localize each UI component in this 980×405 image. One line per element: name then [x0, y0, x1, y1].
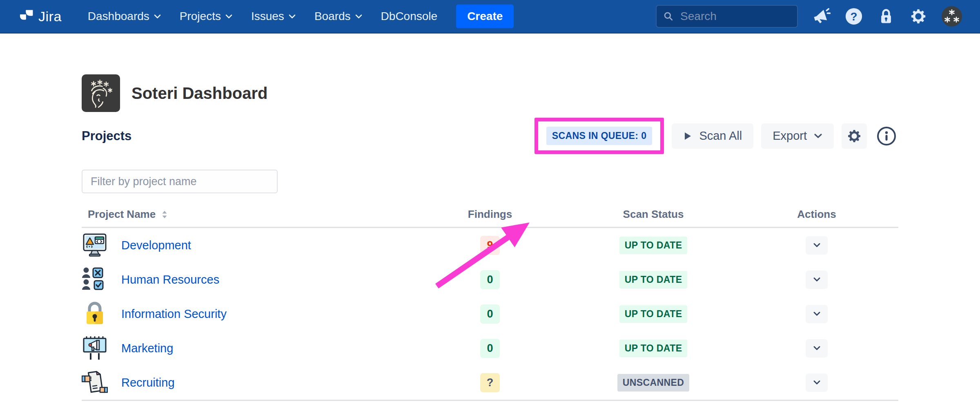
- nav-item-dashboards[interactable]: Dashboards: [88, 10, 161, 23]
- row-actions-button[interactable]: [806, 236, 828, 255]
- nav-item-boards[interactable]: Boards: [314, 10, 362, 23]
- chevron-down-icon: [813, 380, 821, 385]
- table-row: Marketing 0 UP TO DATE: [82, 331, 898, 365]
- create-button[interactable]: Create: [456, 4, 514, 28]
- settings-button[interactable]: [909, 7, 928, 26]
- recruiting-project-icon: [82, 369, 108, 396]
- development-project-icon: [82, 232, 108, 258]
- nav-item-projects[interactable]: Projects: [180, 10, 232, 23]
- controls-row: Projects SCANS IN QUEUE: 0 Scan All Expo…: [82, 118, 898, 154]
- findings-badge: 0: [480, 339, 499, 358]
- table-body: Development 9 UP TO DATE: [82, 228, 898, 401]
- lock-icon: [877, 7, 895, 25]
- soteri-logo: [82, 74, 120, 112]
- column-header-project-name[interactable]: Project Name: [82, 208, 408, 221]
- project-icon: [82, 266, 108, 293]
- information-security-project-icon: [82, 301, 108, 327]
- top-nav: Jira Dashboards Projects Issues Boards D…: [0, 0, 980, 34]
- jira-brand-text: Jira: [38, 9, 62, 25]
- help-button[interactable]: ?: [844, 7, 863, 26]
- play-icon: [683, 131, 692, 141]
- project-link[interactable]: Marketing: [121, 342, 173, 355]
- scan-status-badge: UP TO DATE: [619, 340, 688, 357]
- human-resources-project-icon: [82, 266, 108, 293]
- toolbar: SCANS IN QUEUE: 0 Scan All Export: [535, 118, 898, 154]
- scan-status-badge: UP TO DATE: [619, 305, 688, 323]
- search-icon: [663, 10, 674, 22]
- scan-status-badge: UNSCANNED: [617, 374, 690, 392]
- gear-icon: [909, 7, 928, 26]
- chevron-down-icon: [813, 243, 821, 248]
- nav-item-label: DbConsole: [381, 10, 438, 23]
- nav-menu: Dashboards Projects Issues Boards DbCons…: [88, 10, 456, 23]
- project-link[interactable]: Human Resources: [121, 273, 219, 286]
- chevron-down-icon: [154, 14, 161, 19]
- scans-in-queue-badge: SCANS IN QUEUE: 0: [546, 127, 653, 145]
- help-icon: ?: [844, 7, 863, 26]
- table-row: Development 9 UP TO DATE: [82, 228, 898, 262]
- project-icon: [82, 335, 108, 361]
- column-header-actions: Actions: [735, 208, 898, 221]
- nav-right: ?: [656, 5, 962, 28]
- marketing-project-icon: [82, 335, 108, 361]
- scan-status-badge: UP TO DATE: [619, 237, 688, 254]
- search-box[interactable]: [656, 5, 798, 28]
- main-content: Soteri Dashboard Projects SCANS IN QUEUE…: [0, 74, 980, 401]
- jira-logo-icon: [19, 9, 34, 24]
- table-header: Project Name Findings Scan Status Action…: [82, 208, 898, 228]
- chevron-down-icon: [355, 14, 362, 19]
- megaphone-icon: [812, 7, 831, 26]
- table-row: Recruiting ? UNSCANNED: [82, 365, 898, 400]
- findings-badge: ?: [480, 373, 500, 392]
- findings-badge: 0: [480, 304, 499, 324]
- scan-all-button[interactable]: Scan All: [672, 123, 753, 149]
- project-icon: [82, 232, 108, 258]
- project-icon: [82, 369, 108, 396]
- chevron-down-icon: [813, 277, 821, 282]
- chevron-down-icon: [814, 133, 822, 139]
- dashboard-settings-button[interactable]: [842, 123, 867, 149]
- row-actions-button[interactable]: [806, 374, 828, 392]
- annotation-highlight-box: SCANS IN QUEUE: 0: [535, 118, 664, 154]
- info-button[interactable]: [875, 123, 898, 149]
- feedback-button[interactable]: [812, 7, 831, 26]
- info-icon: [876, 125, 897, 147]
- table-row: Information Security 0 UP TO DATE: [82, 297, 898, 331]
- findings-badge: 0: [480, 270, 499, 289]
- nav-item-issues[interactable]: Issues: [251, 10, 296, 23]
- table-row: Human Resources 0 UP TO DATE: [82, 262, 898, 297]
- export-button[interactable]: Export: [761, 123, 834, 149]
- gear-icon: [846, 128, 862, 144]
- permissions-button[interactable]: [877, 7, 895, 25]
- nav-item-label: Dashboards: [88, 10, 149, 23]
- sort-icon: [161, 210, 168, 219]
- chevron-down-icon: [225, 14, 232, 19]
- row-actions-button[interactable]: [806, 339, 828, 358]
- project-icon: [82, 301, 108, 327]
- project-link[interactable]: Recruiting: [121, 376, 175, 389]
- svg-text:?: ?: [851, 10, 858, 23]
- column-header-scan-status: Scan Status: [572, 208, 735, 221]
- page-title: Soteri Dashboard: [131, 84, 267, 103]
- user-avatar: [942, 6, 962, 27]
- scan-all-label: Scan All: [699, 129, 742, 143]
- chevron-down-icon: [289, 14, 296, 19]
- chevron-down-icon: [813, 346, 821, 351]
- profile-button[interactable]: [942, 6, 962, 27]
- row-actions-button[interactable]: [806, 305, 828, 323]
- project-link[interactable]: Information Security: [121, 307, 227, 321]
- project-filter-input[interactable]: [82, 170, 278, 193]
- scan-status-badge: UP TO DATE: [619, 271, 688, 289]
- export-label: Export: [773, 129, 807, 143]
- findings-badge: 9: [480, 236, 499, 255]
- jira-logo[interactable]: Jira: [19, 9, 62, 25]
- projects-heading: Projects: [82, 129, 131, 143]
- row-actions-button[interactable]: [806, 271, 828, 289]
- search-input[interactable]: [679, 9, 791, 23]
- dashboard-title-row: Soteri Dashboard: [82, 74, 898, 112]
- chevron-down-icon: [813, 311, 821, 316]
- project-link[interactable]: Development: [121, 239, 191, 252]
- nav-item-label: Projects: [180, 10, 221, 23]
- nav-item-dbconsole[interactable]: DbConsole: [381, 10, 438, 23]
- projects-table: Project Name Findings Scan Status Action…: [82, 208, 898, 401]
